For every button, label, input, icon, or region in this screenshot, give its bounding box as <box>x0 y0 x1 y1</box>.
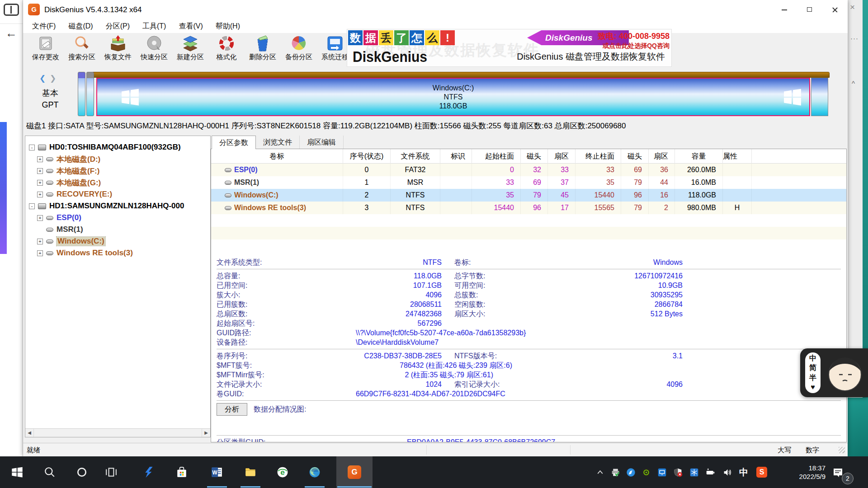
new-partition-button[interactable]: 新建分区 <box>172 33 208 68</box>
minimize-button[interactable] <box>772 0 797 19</box>
tab[interactable]: 分区参数 <box>212 136 256 149</box>
tree-item[interactable]: + ESP(0) <box>25 212 210 224</box>
ime-width[interactable]: 半 <box>809 374 816 381</box>
flash-app-icon[interactable] <box>138 456 160 488</box>
analyze-button[interactable]: 分析 <box>217 403 247 416</box>
maximize-button[interactable] <box>797 0 822 19</box>
banner-qq-link[interactable]: 或点击此处选择QQ咨询 <box>534 42 670 50</box>
tree-item[interactable]: + 本地磁盘(D:) <box>25 153 210 165</box>
volume-tray-icon[interactable] <box>720 456 735 488</box>
tray-chevron-icon[interactable] <box>592 456 608 488</box>
column-header[interactable]: 序号(状态) <box>343 149 391 164</box>
microsoft-store-icon[interactable] <box>171 456 193 488</box>
word-icon[interactable]: W <box>206 456 228 488</box>
menu-item[interactable]: 分区(P) <box>99 19 136 33</box>
scroll-left-icon[interactable]: ◀ <box>25 429 34 437</box>
tab[interactable]: 浏览文件 <box>256 136 300 149</box>
browser-360-icon[interactable]: e <box>272 456 293 488</box>
tab[interactable]: 扇区编辑 <box>300 136 344 149</box>
windows-re-partition-bar[interactable] <box>811 78 828 116</box>
expander-icon[interactable]: + <box>37 156 43 162</box>
action-center[interactable]: 2 <box>832 456 859 488</box>
more-options-icon[interactable]: ··· <box>850 34 859 42</box>
ime-mode[interactable]: 中 <box>809 355 816 362</box>
column-header[interactable]: 属性 <box>723 149 752 164</box>
tree-item[interactable]: + Windows RE tools(3) <box>25 247 210 259</box>
ime-indicator[interactable]: 中 <box>736 456 751 488</box>
menu-item[interactable]: 帮助(H) <box>209 19 246 33</box>
nvidia-tray-icon[interactable] <box>638 456 654 488</box>
sogou-ime-widget[interactable]: 中 简 半 ♥ <box>800 348 868 397</box>
tree-item[interactable]: - HD1:SAMSUNGMZNLN128HAHQ-000 <box>25 200 210 212</box>
ad-banner[interactable]: 磁盘管理及数据恢复软件 数据丢了怎么! DiskGenius DiskGeniu… <box>347 29 672 67</box>
column-header[interactable]: 容量 <box>675 149 723 164</box>
delete-partition-button[interactable]: 删除分区 <box>245 33 281 68</box>
recover-files-button[interactable]: 恢复文件 <box>100 33 136 68</box>
expander-icon[interactable]: + <box>37 192 43 197</box>
backup-partition-button[interactable]: 备份分区 <box>281 33 317 68</box>
file-explorer-icon[interactable] <box>240 456 261 488</box>
column-header[interactable]: 磁头 <box>521 149 548 164</box>
tree-item[interactable]: + Windows(C:) <box>25 235 210 247</box>
column-header[interactable]: 扇区 <box>649 149 675 164</box>
column-header[interactable]: 磁头 <box>621 149 649 164</box>
banner-phone[interactable]: 致电: 400-008-9958 <box>534 31 670 42</box>
tree-item[interactable]: + 本地磁盘(G:) <box>25 177 210 188</box>
task-view-icon[interactable] <box>100 456 122 488</box>
diskgenius-taskbar-button[interactable]: G <box>336 456 373 488</box>
tree-item[interactable]: MSR(1) <box>25 224 210 235</box>
column-header[interactable]: 标识 <box>440 149 472 164</box>
table-row[interactable]: Windows RE tools(3) 3NTFS 154409617 1556… <box>211 202 846 214</box>
battery-tray-icon[interactable] <box>703 456 718 488</box>
heart-icon[interactable]: ♥ <box>811 384 815 391</box>
back-arrow-icon[interactable]: ← <box>5 26 17 40</box>
tree-horizontal-scrollbar[interactable]: ◀ ▶ <box>25 428 210 437</box>
ime-charset[interactable]: 简 <box>809 364 816 371</box>
expander-icon[interactable]: + <box>37 239 43 244</box>
windows-c-partition-bar[interactable]: Windows(C:) NTFS 118.0GB <box>96 78 810 116</box>
table-row[interactable]: ESP(0) 0FAT32 03233 336936 260.0MB <box>211 164 846 176</box>
expander-icon[interactable]: - <box>29 145 35 150</box>
format-button[interactable]: 格式化 <box>208 33 245 68</box>
esp-partition-bar[interactable] <box>78 72 85 116</box>
close-button[interactable] <box>822 0 848 19</box>
tree-item[interactable]: + RECOVERY(E:) <box>25 188 210 200</box>
search-partition-button[interactable]: 搜索分区 <box>64 33 100 68</box>
edge-icon[interactable] <box>304 456 326 488</box>
tree-item[interactable]: + 本地磁盘(F:) <box>25 165 210 177</box>
quick-partition-button[interactable]: 快速分区 <box>136 33 172 68</box>
tree-item[interactable]: - HD0:TOSHIBAMQ04ABF100(932GB) <box>25 141 210 153</box>
scroll-right-icon[interactable]: ▶ <box>202 429 210 437</box>
msr-partition-bar[interactable] <box>86 72 94 116</box>
search-icon[interactable] <box>39 456 61 488</box>
defender-alert-tray-icon[interactable] <box>670 456 685 488</box>
bird-app-tray-icon[interactable] <box>623 456 638 488</box>
column-header[interactable]: 卷标 <box>211 149 343 164</box>
prev-disk-icon[interactable]: ❮ <box>39 74 46 83</box>
expander-icon[interactable]: + <box>37 168 43 174</box>
resize-grip[interactable] <box>839 447 845 453</box>
save-changes-button[interactable]: 保存更改 <box>28 33 64 68</box>
scroll-up-icon[interactable]: ^ <box>852 80 855 87</box>
column-header[interactable]: 终止柱面 <box>576 149 621 164</box>
column-header[interactable]: 起始柱面 <box>472 149 521 164</box>
column-header[interactable]: 文件系统 <box>391 149 440 164</box>
sogou-tray-icon[interactable]: S <box>754 456 769 488</box>
table-row[interactable]: Windows(C:) 2NTFS 357945 154409616 118.0… <box>211 189 846 202</box>
background-close-icon[interactable]: × <box>850 2 855 12</box>
taskbar-clock[interactable]: 18:37 2022/5/9 <box>778 456 826 488</box>
menu-item[interactable]: 工具(T) <box>136 19 172 33</box>
intel-graphics-tray-icon[interactable] <box>654 456 670 488</box>
snowflake-tray-icon[interactable] <box>686 456 702 488</box>
menu-item[interactable]: 查看(V) <box>172 19 209 33</box>
expander-icon[interactable]: + <box>37 180 43 186</box>
start-button[interactable] <box>6 456 28 488</box>
menu-item[interactable]: 文件(F) <box>26 19 62 33</box>
next-disk-icon[interactable]: ❯ <box>50 74 56 83</box>
expander-icon[interactable]: - <box>29 203 35 209</box>
column-header[interactable]: 扇区 <box>548 149 576 164</box>
expander-icon[interactable]: + <box>37 215 43 221</box>
browser-tab-panel-icon[interactable] <box>4 4 19 16</box>
menu-item[interactable]: 磁盘(D) <box>62 19 99 33</box>
table-row[interactable]: MSR(1) 1MSR 336937 357944 16.0MB <box>211 176 846 189</box>
